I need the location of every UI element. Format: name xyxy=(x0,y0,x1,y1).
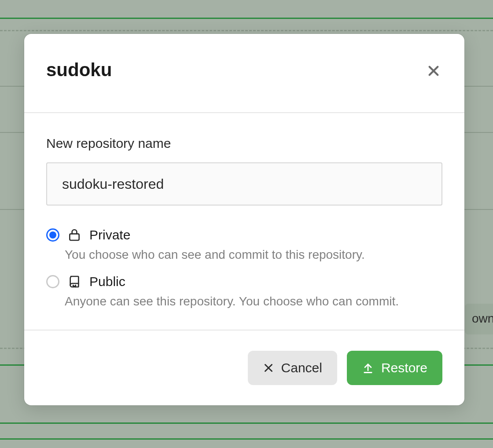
download-button-partial[interactable]: ownl xyxy=(465,304,493,334)
cancel-button[interactable]: Cancel xyxy=(248,351,337,385)
cancel-button-label: Cancel xyxy=(281,360,322,375)
modal-footer: Cancel Restore xyxy=(24,330,464,405)
close-icon xyxy=(427,64,441,78)
private-label: Private xyxy=(89,228,130,242)
restore-repository-modal: sudoku New repository name xyxy=(24,34,464,405)
repo-icon xyxy=(67,275,81,289)
visibility-option-private[interactable]: Private xyxy=(46,228,442,242)
private-description: You choose who can see and commit to thi… xyxy=(65,248,442,262)
public-label: Public xyxy=(89,274,125,289)
restore-button[interactable]: Restore xyxy=(347,351,442,385)
visibility-option-public[interactable]: Public xyxy=(46,274,442,289)
public-radio[interactable] xyxy=(46,275,59,288)
modal-body: New repository name Private You choose w… xyxy=(24,113,464,330)
download-button-label: ownl xyxy=(472,312,493,325)
visibility-options: Private You choose who can see and commi… xyxy=(46,228,442,308)
public-description: Anyone can see this repository. You choo… xyxy=(65,294,442,308)
upload-icon xyxy=(362,362,374,374)
lock-icon xyxy=(67,228,81,242)
x-icon xyxy=(263,362,274,374)
repo-name-input[interactable] xyxy=(46,162,442,206)
close-button[interactable] xyxy=(425,62,442,80)
restore-button-label: Restore xyxy=(381,360,427,375)
repo-name-label: New repository name xyxy=(46,136,442,151)
svg-rect-2 xyxy=(70,234,79,240)
modal-title: sudoku xyxy=(46,59,112,81)
modal-header: sudoku xyxy=(24,34,464,113)
private-radio[interactable] xyxy=(46,228,59,242)
